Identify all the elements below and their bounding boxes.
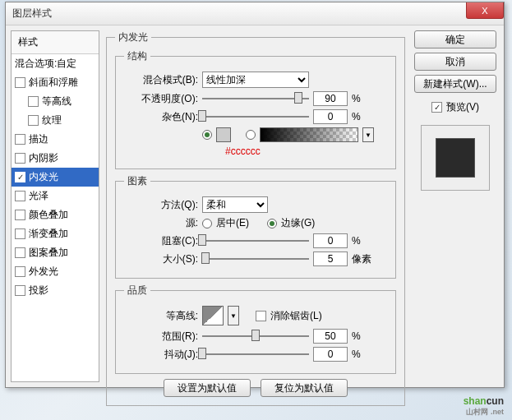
antialias-checkbox[interactable]	[256, 311, 266, 321]
source-center-radio[interactable]	[202, 219, 212, 228]
graphic-legend: 图素	[124, 174, 150, 188]
gradient-radio[interactable]	[246, 130, 256, 140]
sidebar-checkbox[interactable]	[28, 115, 39, 126]
sidebar-item-10[interactable]: 外发光	[12, 262, 99, 281]
sidebar-checkbox[interactable]	[28, 96, 39, 107]
sidebar-checkbox[interactable]	[15, 153, 25, 164]
sidebar-checkbox[interactable]	[15, 191, 25, 201]
sidebar-item-9[interactable]: 图案叠加	[12, 243, 99, 262]
dialog-title: 图层样式	[6, 7, 52, 21]
noise-input[interactable]	[313, 109, 348, 124]
styles-sidebar: 样式 混合选项:自定 斜面和浮雕等高线纹理描边内阴影内发光光泽颜色叠加渐变叠加图…	[11, 30, 99, 382]
opacity-input[interactable]	[313, 91, 348, 106]
structure-group: 结构 混合模式(B): 线性加深 不透明度(O): % 杂色(N):	[115, 49, 396, 169]
range-label: 范围(R):	[124, 330, 198, 344]
sidebar-item-label: 颜色叠加	[29, 208, 68, 222]
sidebar-header: 样式	[12, 31, 99, 54]
opacity-label: 不透明度(O):	[124, 92, 198, 106]
titlebar[interactable]: 图层样式 X	[6, 2, 504, 25]
inner-glow-group: 内发光 结构 混合模式(B): 线性加深 不透明度(O): % 杂色(N):	[106, 30, 405, 406]
sidebar-item-label: 外发光	[29, 265, 58, 279]
gradient-preview[interactable]	[260, 127, 358, 142]
sidebar-item-label: 描边	[29, 132, 48, 146]
structure-legend: 结构	[124, 49, 150, 63]
method-label: 方法(Q):	[124, 198, 198, 212]
sidebar-item-7[interactable]: 颜色叠加	[12, 205, 99, 224]
sidebar-item-2[interactable]: 纹理	[12, 111, 99, 130]
right-column: 确定 取消 新建样式(W)... 预览(V)	[412, 30, 499, 382]
size-input[interactable]	[313, 252, 348, 266]
hex-annotation: #cccccc	[225, 145, 261, 157]
set-default-button[interactable]: 设置为默认值	[164, 379, 251, 397]
sidebar-item-6[interactable]: 光泽	[12, 187, 99, 205]
choke-slider[interactable]	[202, 233, 309, 248]
source-edge-radio[interactable]	[267, 219, 277, 228]
sidebar-item-label: 内阴影	[29, 151, 58, 165]
sidebar-item-11[interactable]: 投影	[12, 281, 99, 300]
source-label: 源:	[124, 216, 198, 230]
contour-dropdown[interactable]: ▼	[228, 306, 239, 325]
watermark: shancun 山村网 .net	[464, 391, 504, 415]
noise-slider[interactable]	[202, 109, 309, 124]
jitter-label: 抖动(J):	[124, 348, 198, 362]
cancel-button[interactable]: 取消	[414, 53, 496, 71]
color-radio[interactable]	[202, 130, 212, 140]
reset-default-button[interactable]: 复位为默认值	[261, 379, 348, 397]
preview-checkbox[interactable]	[431, 102, 442, 113]
main-panel: 内发光 结构 混合模式(B): 线性加深 不透明度(O): % 杂色(N):	[103, 30, 408, 382]
choke-input[interactable]	[313, 233, 348, 248]
contour-label: 等高线:	[124, 309, 198, 323]
sidebar-item-label: 纹理	[42, 113, 62, 127]
preview-swatch	[436, 138, 475, 178]
opacity-slider[interactable]	[202, 91, 309, 106]
preview-area	[421, 125, 490, 191]
ok-button[interactable]: 确定	[414, 30, 496, 48]
sidebar-item-label: 内发光	[29, 170, 58, 184]
close-button[interactable]: X	[466, 2, 504, 19]
sidebar-checkbox[interactable]	[15, 134, 25, 145]
sidebar-checkbox[interactable]	[15, 228, 25, 239]
sidebar-item-5[interactable]: 内发光	[12, 168, 99, 187]
inner-glow-legend: 内发光	[115, 30, 151, 44]
noise-label: 杂色(N):	[124, 110, 198, 124]
choke-label: 阻塞(C):	[124, 234, 198, 248]
sidebar-checkbox[interactable]	[15, 210, 25, 220]
new-style-button[interactable]: 新建样式(W)...	[414, 75, 496, 93]
jitter-slider[interactable]	[202, 347, 309, 362]
sidebar-item-label: 图案叠加	[29, 246, 68, 260]
sidebar-item-label: 投影	[29, 284, 48, 298]
gradient-dropdown[interactable]: ▼	[362, 127, 374, 142]
sidebar-item-label: 渐变叠加	[29, 227, 68, 241]
size-slider[interactable]	[202, 252, 309, 266]
sidebar-checkbox[interactable]	[15, 77, 25, 88]
sidebar-item-8[interactable]: 渐变叠加	[12, 224, 99, 243]
range-slider[interactable]	[202, 329, 309, 344]
layer-style-dialog: 图层样式 X 样式 混合选项:自定 斜面和浮雕等高线纹理描边内阴影内发光光泽颜色…	[5, 2, 505, 388]
graphic-group: 图素 方法(Q): 柔和 源: 居中(E) 边缘(G) 阻塞(C):	[115, 174, 396, 279]
sidebar-blend-options[interactable]: 混合选项:自定	[12, 54, 99, 73]
color-swatch[interactable]	[216, 127, 231, 142]
sidebar-checkbox[interactable]	[15, 247, 25, 258]
size-label: 大小(S):	[124, 252, 198, 266]
range-input[interactable]	[313, 329, 348, 344]
blendmode-label: 混合模式(B):	[124, 73, 198, 87]
sidebar-checkbox[interactable]	[15, 285, 25, 296]
method-select[interactable]: 柔和	[202, 196, 268, 213]
blendmode-select[interactable]: 线性加深	[202, 72, 309, 88]
sidebar-checkbox[interactable]	[15, 172, 25, 182]
sidebar-item-1[interactable]: 等高线	[12, 92, 99, 111]
sidebar-item-3[interactable]: 描边	[12, 130, 99, 149]
jitter-input[interactable]	[313, 347, 348, 362]
sidebar-checkbox[interactable]	[15, 266, 25, 277]
sidebar-item-label: 斜面和浮雕	[29, 76, 78, 90]
contour-swatch[interactable]	[202, 306, 224, 325]
quality-group: 品质 等高线: ▼ 消除锯齿(L) 范围(R): %	[115, 284, 396, 374]
sidebar-item-label: 光泽	[29, 189, 48, 203]
quality-legend: 品质	[124, 284, 150, 298]
sidebar-item-4[interactable]: 内阴影	[12, 149, 99, 168]
sidebar-item-label: 等高线	[42, 95, 71, 108]
sidebar-item-0[interactable]: 斜面和浮雕	[12, 73, 99, 92]
